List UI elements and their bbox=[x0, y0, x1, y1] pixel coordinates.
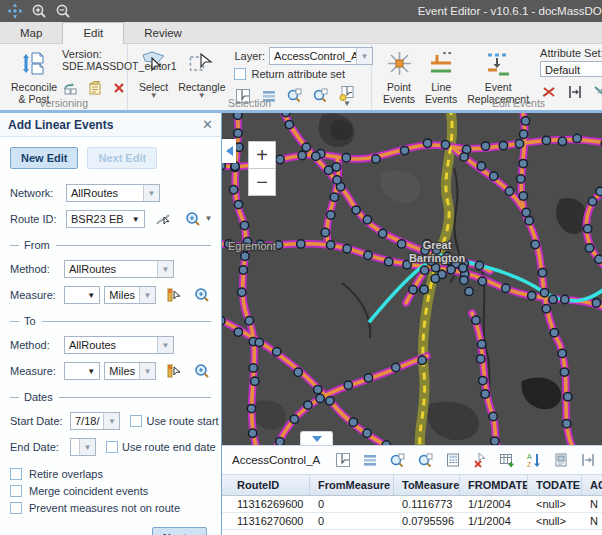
tab-review[interactable]: Review bbox=[124, 23, 202, 43]
new-version-icon[interactable] bbox=[86, 79, 103, 96]
reconcile-post-button[interactable]: Reconcile & Post bbox=[6, 47, 62, 96]
table-row[interactable]: 11316270600 0 0.0795596 1/1/2004 <null> … bbox=[222, 513, 602, 530]
prevent-measures-checkbox[interactable] bbox=[10, 502, 22, 514]
table-calculator-icon[interactable] bbox=[445, 452, 461, 469]
network-label: Network: bbox=[10, 187, 62, 199]
from-measure-select-icon[interactable] bbox=[166, 287, 182, 304]
pan-icon[interactable] bbox=[6, 3, 23, 20]
cell-frommeasure: 0 bbox=[310, 515, 394, 527]
to-measure-value bbox=[65, 363, 83, 379]
cell-tomeasure: 0.0795596 bbox=[394, 515, 460, 527]
table-selected-records-icon[interactable] bbox=[362, 452, 378, 469]
event-replacement-button[interactable]: Event Replacement bbox=[462, 47, 534, 96]
table-add-records-icon[interactable] bbox=[499, 452, 515, 469]
collapse-panel-button[interactable] bbox=[222, 139, 236, 163]
collapse-table-button[interactable] bbox=[300, 431, 333, 445]
retire-overlaps-checkbox[interactable] bbox=[10, 468, 22, 480]
delete-version-icon[interactable] bbox=[110, 79, 127, 96]
table-move-events-icon[interactable] bbox=[580, 452, 596, 469]
end-date-field[interactable]: ▼ bbox=[70, 438, 96, 456]
map-zoom-in-button[interactable]: + bbox=[248, 141, 276, 169]
close-icon[interactable]: ✕ bbox=[202, 119, 213, 131]
from-measure-arrow-icon[interactable]: ▼ bbox=[83, 287, 99, 303]
table-report-icon[interactable] bbox=[553, 452, 569, 469]
merge-coincident-events-checkbox[interactable] bbox=[10, 485, 22, 497]
to-unit-arrow-icon[interactable]: ▼ bbox=[139, 363, 155, 379]
column-header[interactable]: FromMeasure bbox=[310, 475, 394, 495]
to-unit-value: Miles bbox=[105, 363, 139, 379]
next-button[interactable]: Next > bbox=[152, 527, 207, 535]
table-zoom-to-selection-icon[interactable] bbox=[389, 452, 406, 469]
to-method-arrow-icon[interactable]: ▼ bbox=[157, 337, 173, 353]
layer-label: Layer: bbox=[234, 50, 265, 62]
to-measure-label: Measure: bbox=[10, 365, 60, 377]
rectangle-button[interactable]: Rectangle ▼ bbox=[173, 47, 230, 96]
to-measure-select-icon[interactable] bbox=[166, 363, 182, 380]
start-date-arrow-icon[interactable]: ▼ bbox=[103, 413, 119, 429]
retire-overlaps-label: Retire overlaps bbox=[29, 468, 103, 480]
use-route-end-date-checkbox[interactable] bbox=[106, 441, 118, 453]
start-date-field[interactable]: 7/18/ ▼ bbox=[70, 412, 120, 430]
from-legend: From bbox=[10, 239, 211, 251]
versioning-group-label: Versioning bbox=[0, 97, 127, 109]
group-versioning: Reconcile & Post Version: SDE.MASSDOT_ed… bbox=[0, 44, 128, 110]
zoom-route-button[interactable]: ▼ bbox=[185, 211, 213, 228]
next-edit-button[interactable]: Next Edit bbox=[87, 147, 157, 169]
table-clear-selection-icon[interactable] bbox=[472, 452, 488, 469]
chevron-left-icon bbox=[226, 146, 233, 156]
to-method-dropdown[interactable]: AllRoutes ▼ bbox=[64, 336, 174, 354]
new-edit-button[interactable]: New Edit bbox=[10, 147, 78, 169]
from-unit-arrow-icon[interactable]: ▼ bbox=[139, 287, 155, 303]
point-events-button[interactable]: Point Events bbox=[378, 47, 420, 96]
column-header[interactable]: FROMDATE bbox=[460, 475, 528, 495]
zoom-route-caret-icon[interactable]: ▼ bbox=[205, 216, 213, 222]
table-row[interactable]: 11316269600 0 0.1116773 1/1/2004 <null> … bbox=[222, 496, 602, 513]
zoom-out-icon[interactable] bbox=[54, 3, 71, 20]
attribute-set-dropdown[interactable]: Default bbox=[540, 61, 602, 77]
to-measure-arrow-icon[interactable]: ▼ bbox=[83, 363, 99, 379]
tab-edit[interactable]: Edit bbox=[62, 22, 124, 44]
cell-tomeasure: 0.1116773 bbox=[394, 498, 460, 510]
select-button[interactable]: Select ▼ bbox=[134, 47, 173, 96]
network-dropdown-arrow-icon[interactable]: ▼ bbox=[143, 185, 159, 201]
map-zoom-control: + − bbox=[248, 141, 276, 196]
from-method-dropdown[interactable]: AllRoutes ▼ bbox=[64, 260, 174, 278]
from-zoom-icon[interactable] bbox=[194, 287, 211, 304]
column-header[interactable]: TODATE bbox=[528, 475, 582, 495]
column-header[interactable]: ToMeasure bbox=[394, 475, 460, 495]
from-method-label: Method: bbox=[10, 263, 60, 275]
line-events-button[interactable]: Line Events bbox=[420, 47, 462, 96]
prevent-measures-label: Prevent measures not on route bbox=[29, 502, 180, 514]
network-dropdown[interactable]: AllRoutes ▼ bbox=[66, 184, 160, 202]
route-id-dropdown[interactable]: BSR23 EB ▼ bbox=[66, 210, 145, 228]
table-sort-icon[interactable]: AZ bbox=[526, 452, 542, 469]
map-zoom-out-button[interactable]: − bbox=[248, 168, 276, 196]
table-select-icon[interactable] bbox=[335, 452, 351, 469]
select-icon bbox=[140, 50, 167, 79]
to-unit-dropdown[interactable]: Miles ▼ bbox=[104, 362, 156, 380]
layer-dropdown[interactable]: AccessControl_A ▼ bbox=[269, 47, 373, 65]
return-attribute-set-checkbox[interactable] bbox=[234, 68, 246, 80]
table-layer-tab[interactable]: AccessControl_A bbox=[232, 454, 320, 466]
ribbon: Reconcile & Post Version: SDE.MASSDOT_ed… bbox=[0, 44, 602, 110]
column-header[interactable]: AC bbox=[582, 475, 602, 495]
from-measure-combo[interactable]: ▼ bbox=[64, 286, 100, 304]
tab-map[interactable]: Map bbox=[0, 23, 62, 43]
to-measure-combo[interactable]: ▼ bbox=[64, 362, 100, 380]
table-pan-to-selection-icon[interactable] bbox=[417, 452, 434, 469]
route-id-dropdown-arrow-icon[interactable]: ▼ bbox=[128, 211, 144, 227]
layer-dropdown-arrow-icon[interactable]: ▼ bbox=[356, 48, 372, 64]
from-unit-dropdown[interactable]: Miles ▼ bbox=[104, 286, 156, 304]
use-route-start-date-checkbox[interactable] bbox=[130, 415, 142, 427]
panel-header: Add Linear Events ✕ bbox=[0, 113, 221, 137]
end-date-arrow-icon[interactable]: ▼ bbox=[79, 439, 95, 455]
to-zoom-icon[interactable] bbox=[194, 363, 211, 380]
map-canvas[interactable]: Egremont Great Barrington + − bbox=[222, 113, 602, 445]
add-linear-events-panel: Add Linear Events ✕ New Edit Next Edit N… bbox=[0, 113, 222, 535]
select-route-icon[interactable] bbox=[155, 211, 171, 228]
from-method-arrow-icon[interactable]: ▼ bbox=[157, 261, 173, 277]
from-unit-value: Miles bbox=[105, 287, 139, 303]
change-version-icon[interactable] bbox=[62, 79, 79, 96]
column-header[interactable]: RouteID bbox=[222, 475, 310, 495]
zoom-in-icon[interactable] bbox=[30, 3, 47, 20]
